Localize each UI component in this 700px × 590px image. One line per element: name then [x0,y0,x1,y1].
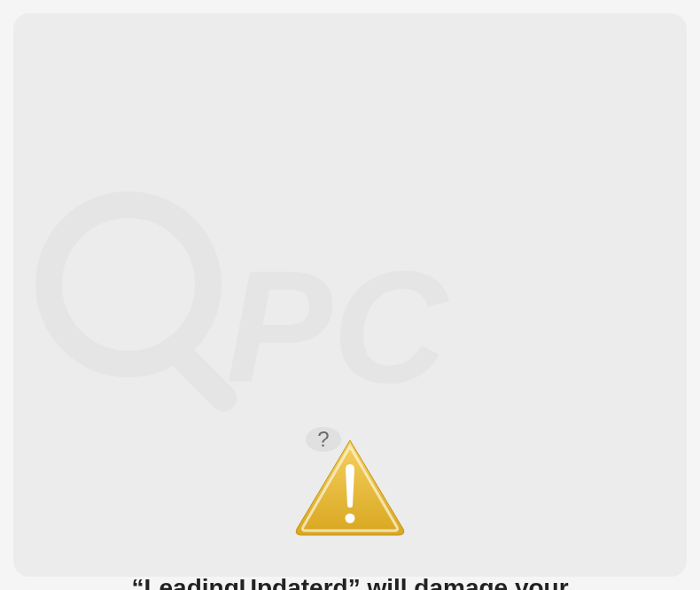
title-app-name: LeadingUpdaterd [144,574,347,590]
svg-point-0 [49,205,208,364]
warning-icon [292,436,408,541]
watermark: PC [13,116,634,474]
title-quote-open: “ [131,574,144,590]
dialog-title: “LeadingUpdaterd” will damage your compu… [84,572,616,590]
svg-text:PC: PC [226,237,450,415]
alert-dialog: PC ? “LeadingUpdaterd” will damage your [13,13,687,577]
svg-rect-1 [167,342,243,417]
svg-point-3 [346,514,355,524]
